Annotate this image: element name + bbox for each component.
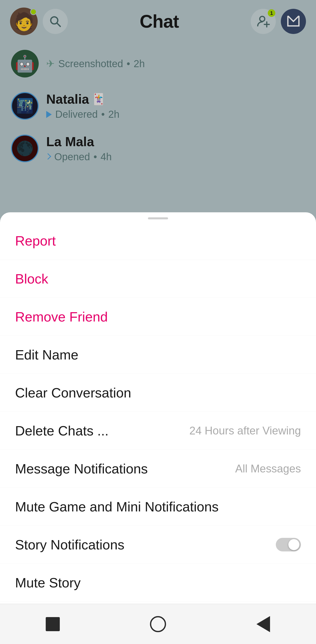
nav-home-button[interactable]	[148, 614, 168, 634]
square-icon	[46, 617, 60, 631]
menu-delete-chats[interactable]: Delete Chats ... 24 Hours after Viewing	[0, 412, 316, 450]
delete-chats-value: 24 Hours after Viewing	[189, 424, 301, 437]
back-icon	[256, 616, 270, 632]
message-notifications-value: All Messages	[235, 462, 301, 475]
menu-story-notifications[interactable]: Story Notifications	[0, 526, 316, 564]
sheet-handle	[148, 217, 168, 219]
menu-message-notifications[interactable]: Message Notifications All Messages	[0, 450, 316, 488]
bottom-nav	[0, 604, 316, 644]
home-icon	[150, 616, 166, 632]
toggle-knob	[288, 539, 299, 550]
story-notifications-toggle-wrapper	[276, 538, 301, 551]
nav-square-button[interactable]	[43, 614, 63, 634]
story-notifications-toggle[interactable]	[276, 538, 301, 551]
menu-clear-conversation[interactable]: Clear Conversation	[0, 374, 316, 412]
menu-mute-game[interactable]: Mute Game and Mini Notifications	[0, 488, 316, 526]
bottom-sheet: Report Block Remove Friend Edit Name Cle…	[0, 212, 316, 644]
menu-mute-story[interactable]: Mute Story	[0, 564, 316, 602]
menu-block[interactable]: Block	[0, 260, 316, 298]
menu-report[interactable]: Report	[0, 222, 316, 260]
menu-remove-friend[interactable]: Remove Friend	[0, 298, 316, 336]
menu-edit-name[interactable]: Edit Name	[0, 336, 316, 374]
nav-back-button[interactable]	[253, 614, 273, 634]
